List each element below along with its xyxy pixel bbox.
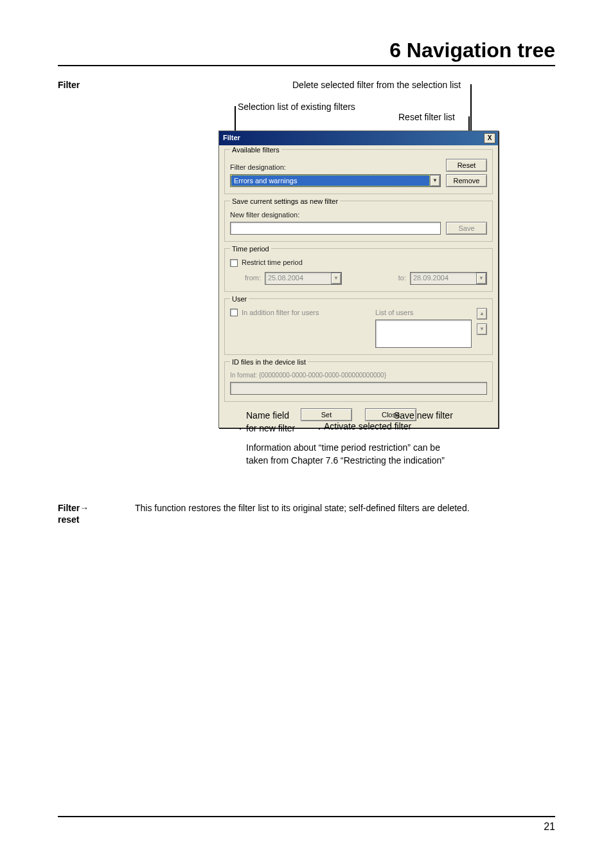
new-filter-designation-input[interactable]	[230, 222, 441, 235]
dialog-title: Filter	[223, 133, 240, 143]
chapter-title: 6 Navigation tree	[58, 39, 555, 62]
save-button[interactable]: Save	[446, 222, 487, 235]
group-available-filters: Available filters Filter designation: Er…	[224, 149, 493, 194]
margin-heading-filter-reset: Filter→ reset	[58, 502, 135, 525]
group-title-user: User	[230, 294, 249, 304]
chevron-down-icon[interactable]: ▼	[476, 273, 486, 284]
spin-down-icon[interactable]: ▼	[477, 323, 487, 335]
section-divider-bottom	[58, 816, 555, 817]
chevron-down-icon[interactable]: ▼	[430, 175, 440, 186]
annotation-time-info: Information about “time period restricti…	[246, 442, 503, 467]
reset-button[interactable]: Reset	[446, 159, 487, 172]
restrict-time-label: Restrict time period	[242, 258, 303, 267]
filter-reset-paragraph: This function restores the filter list t…	[135, 502, 555, 515]
filter-dialog: Filter X Available filters Filter design…	[218, 131, 499, 428]
filter-users-checkbox[interactable]	[230, 309, 238, 316]
group-title-available: Available filters	[230, 145, 281, 155]
dialog-titlebar: Filter X	[219, 131, 498, 145]
group-title-idfiles: ID files in the device list	[230, 357, 308, 367]
section-divider-top	[58, 65, 555, 66]
group-save-new-filter: Save current settings as new filter New …	[224, 201, 493, 242]
annotation-reset-list: Reset filter list	[398, 111, 455, 124]
page-number: 21	[58, 821, 555, 833]
chevron-down-icon[interactable]: ▼	[331, 273, 341, 284]
group-user: User In addition filter for users Lis	[224, 298, 493, 355]
from-date-input[interactable]: 25.08.2004 ▼	[265, 272, 342, 285]
filter-users-label: In addition filter for users	[242, 308, 319, 318]
annotation-delete-selected: Delete selected filter from the selectio…	[292, 79, 461, 92]
id-format-label: In format: {00000000-0000-0000-0000-0000…	[230, 371, 487, 380]
filter-designation-label: Filter designation:	[230, 163, 441, 172]
remove-button[interactable]: Remove	[446, 174, 487, 187]
list-of-users-label: List of users	[375, 308, 472, 318]
from-label: from:	[242, 273, 261, 283]
annotation-selection-list: Selection list of existing filters	[238, 101, 355, 114]
filter-dialog-figure: Delete selected filter from the selectio…	[135, 79, 555, 491]
filter-designation-select[interactable]: Errors and warnings ▼	[230, 174, 441, 187]
group-title-save: Save current settings as new filter	[230, 197, 340, 206]
spin-up-icon[interactable]: ▲	[477, 308, 487, 320]
group-id-files: ID files in the device list In format: {…	[224, 361, 493, 402]
users-spin: ▲ ▼	[477, 308, 487, 335]
annotation-name-field: Name field for new filter	[246, 410, 317, 435]
close-icon[interactable]: X	[484, 133, 495, 143]
group-title-time: Time period	[230, 244, 271, 254]
to-label: to:	[393, 273, 406, 283]
restrict-time-checkbox[interactable]	[230, 259, 238, 267]
annotation-save-new: Save new filter	[394, 410, 453, 422]
to-date-input[interactable]: 28.09.2004 ▼	[410, 272, 487, 285]
new-filter-designation-label: New filter designation:	[230, 210, 487, 220]
to-date-value: 28.09.2004	[411, 273, 476, 283]
group-time-period: Time period Restrict time period from: 2…	[224, 248, 493, 291]
annotation-activate: Activate selected filter	[324, 420, 411, 433]
margin-heading-filter: Filter	[58, 79, 135, 91]
filter-designation-value: Errors and warnings	[231, 175, 430, 186]
users-listbox[interactable]	[375, 320, 472, 348]
id-input[interactable]	[230, 382, 487, 395]
from-date-value: 25.08.2004	[265, 273, 331, 283]
